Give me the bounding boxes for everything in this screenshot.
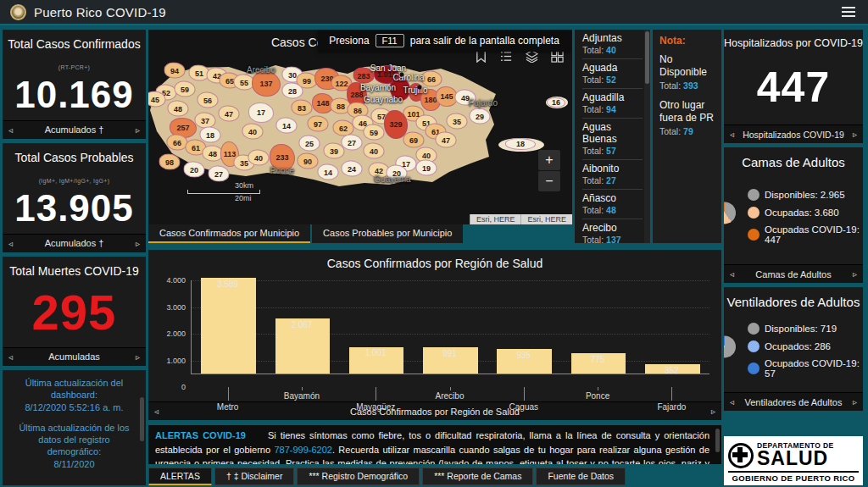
map-municipality-cell[interactable]: 24 [342, 161, 363, 177]
next-arrow-icon[interactable] [853, 397, 857, 407]
category-label: Arecibo [436, 391, 465, 401]
map-municipality-cell[interactable]: 83 [292, 100, 313, 116]
map-municipality-cell[interactable]: 40 [364, 143, 385, 159]
map-municipality-cell[interactable]: 17 [248, 102, 274, 123]
map-municipality-cell[interactable]: 90 [298, 153, 319, 169]
ventiladores-title: Ventiladores de Adultos [724, 287, 863, 309]
legend-item: Ocupados: 286 [748, 340, 863, 352]
legend-label: Disponibles: 2.965 [765, 190, 845, 200]
muertes-value: 295 [3, 278, 146, 347]
map-municipality-cell[interactable]: 28 [282, 83, 303, 99]
map-place-label: Bayamón [360, 83, 396, 92]
map-municipality-cell[interactable]: 56 [198, 92, 219, 108]
footer-tab[interactable]: *** Reporte de Camas [422, 468, 533, 485]
footer-tab[interactable]: ALERTAS [148, 468, 212, 485]
map-tab-bar: Casos Confirmados por MunicipioCasos Pro… [148, 224, 572, 243]
municipio-list-item[interactable]: AdjuntasTotal:40 [582, 30, 643, 59]
municipio-total: Total:137 [582, 235, 643, 243]
scrollbar-thumb[interactable] [645, 31, 649, 84]
x-axis-tick [228, 387, 229, 401]
map-municipality-cell[interactable]: 35 [447, 113, 468, 130]
map-municipality-cell[interactable]: 69 [403, 132, 425, 148]
map-municipality-cell[interactable]: 45 [148, 91, 166, 108]
map-municipality-cell[interactable]: 137 [252, 71, 281, 97]
hospitalizados-footer: Hospitalizados COVID-19 [724, 125, 863, 143]
municipio-list-item[interactable]: Aguas BuenasTotal:57 [582, 119, 643, 160]
map-attribution: Esri, HERE Esri, HERE [470, 214, 572, 224]
footer-tab[interactable]: *** Registro Demográfico [297, 468, 420, 485]
map-municipality-cell[interactable]: 19 [416, 160, 437, 176]
municipio-list-item[interactable]: AguadillaTotal:94 [582, 89, 643, 119]
basemap-icon[interactable] [551, 50, 564, 63]
next-arrow-icon[interactable] [853, 269, 857, 279]
map-municipality-cell[interactable]: 59 [175, 81, 196, 97]
municipio-total-value: 48 [606, 205, 616, 215]
footer-tab[interactable]: Fuente de Datos [536, 468, 626, 485]
registro-update-label: Última actualización de los datos del re… [14, 422, 134, 458]
next-arrow-icon[interactable] [711, 407, 715, 416]
municipio-list-item[interactable]: AguadaTotal:52 [582, 59, 643, 89]
next-arrow-icon[interactable] [136, 239, 140, 248]
map-scalebar: 30km 20mi [187, 181, 260, 202]
confirmados-card: Total Casos Confirmados (RT-PCR+) 10.169… [3, 30, 146, 139]
bookmark-icon[interactable] [475, 50, 487, 63]
legend-dot-icon [748, 229, 760, 241]
map-municipality-cell[interactable]: 94 [164, 63, 186, 79]
map-municipality-cell[interactable]: 29 [470, 108, 491, 125]
probables-card: Total Casos Probables (IgM+, IgM+/IgG+, … [3, 143, 146, 252]
x-axis-tick [671, 387, 672, 401]
municipio-name: Arecibo [582, 222, 643, 234]
map-municipality-cell[interactable]: 14 [318, 164, 339, 180]
municipio-name: Añasco [582, 192, 643, 204]
map-municipality-cell[interactable]: 25 [299, 136, 320, 152]
scrollbar-track[interactable] [644, 30, 650, 243]
map-municipality-cell[interactable]: 18 [505, 138, 536, 150]
map-municipality-cell[interactable]: 59 [364, 125, 385, 141]
municipio-list-item[interactable]: AibonitoTotal:27 [582, 160, 643, 190]
map-panel[interactable]: Casos Confirmados por Municipio Presiona… [148, 30, 572, 224]
map-municipality-cell[interactable]: 47 [436, 132, 457, 148]
chart-bar[interactable] [201, 278, 256, 374]
map-tab[interactable]: Casos Confirmados por Municipio [148, 224, 310, 243]
map-municipality-cell[interactable]: 47 [219, 106, 240, 122]
map-municipality-cell[interactable]: 27 [342, 135, 363, 151]
municipio-list-item[interactable]: AñascoTotal:48 [582, 190, 643, 219]
alert-phone-link[interactable]: 787-999-6202 [274, 445, 332, 455]
next-arrow-icon[interactable] [136, 125, 140, 135]
map-tab[interactable]: Casos Probables por Municipio [312, 224, 463, 243]
map-municipality-cell[interactable]: 20 [184, 162, 205, 178]
gridline [192, 307, 709, 308]
map-municipality-cell[interactable]: 16 [547, 97, 565, 108]
bar-value-label: 991 [442, 349, 457, 358]
next-arrow-icon[interactable] [853, 130, 857, 139]
zoom-out-button[interactable]: − [538, 171, 560, 191]
map-municipality-cell[interactable]: 39 [324, 143, 345, 159]
map-municipality-cell[interactable]: 27 [209, 166, 230, 182]
map-place-label: Fajardo [469, 98, 498, 108]
map-municipality-cell[interactable]: 40 [248, 150, 270, 166]
scrollbar-thumb[interactable] [715, 429, 720, 452]
map-municipality-cell[interactable]: 14 [276, 118, 298, 134]
confirmados-footer: Acumulados † [3, 120, 146, 139]
map-municipality-cell[interactable]: 18 [200, 127, 221, 143]
map-municipality-cell[interactable]: 37 [195, 113, 216, 129]
legend-icon[interactable] [500, 50, 513, 63]
map-place-label: Guayama [374, 174, 410, 184]
map-municipality-cell[interactable]: 48 [168, 101, 189, 117]
nota-total-value: 79 [683, 126, 693, 136]
ventiladores-footer: Ventiladores de Adultos [724, 392, 863, 411]
map-municipality-cell[interactable]: 40 [242, 124, 264, 140]
scrollbar-thumb[interactable] [140, 397, 144, 441]
footer-tab[interactable]: † ‡ Disclaimer [214, 468, 295, 485]
zoom-in-button[interactable]: + [538, 150, 560, 170]
layers-icon[interactable] [526, 50, 538, 63]
municipio-list-item[interactable]: AreciboTotal:137 [582, 219, 643, 243]
muertes-footer: Acumuladas [3, 347, 146, 366]
next-arrow-icon[interactable] [136, 352, 140, 362]
menu-button[interactable] [839, 4, 858, 19]
x-axis-tick [376, 387, 376, 401]
municipio-total: Total:40 [582, 45, 643, 55]
map-municipality-cell[interactable]: 97 [308, 116, 329, 132]
map-municipality-cell[interactable]: 98 [159, 154, 181, 170]
registro-update-date: 8/11/2020 [14, 458, 134, 470]
